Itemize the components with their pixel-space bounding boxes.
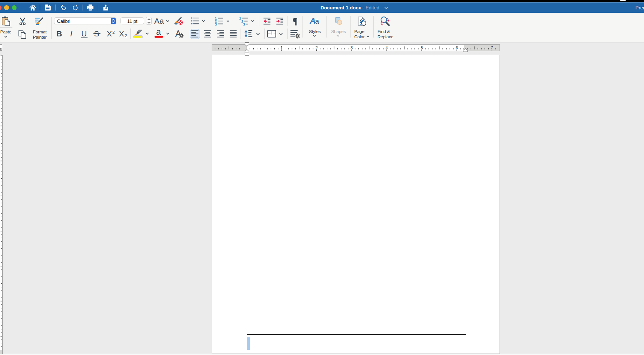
svg-text:4: 4 (385, 45, 388, 50)
svg-text:2: 2 (125, 33, 127, 38)
svg-text:Aa: Aa (154, 17, 164, 25)
svg-text:1: 1 (280, 45, 283, 50)
svg-text:a: a (156, 27, 161, 37)
svg-text:6: 6 (456, 45, 458, 50)
svg-text:2: 2 (113, 30, 115, 35)
svg-text:3: 3 (351, 45, 353, 50)
svg-text:3: 3 (243, 22, 245, 25)
svg-text:U: U (81, 29, 87, 38)
svg-text:1: 1 (239, 17, 241, 20)
svg-text:7: 7 (491, 45, 493, 50)
svg-text:a: a (315, 17, 319, 25)
svg-text:I: I (70, 29, 72, 38)
svg-text:B: B (57, 29, 62, 38)
svg-text:X: X (107, 29, 112, 38)
svg-text:2: 2 (316, 45, 318, 50)
svg-text:3: 3 (215, 22, 217, 25)
svg-text:X: X (119, 29, 124, 38)
svg-text:5: 5 (421, 45, 423, 50)
